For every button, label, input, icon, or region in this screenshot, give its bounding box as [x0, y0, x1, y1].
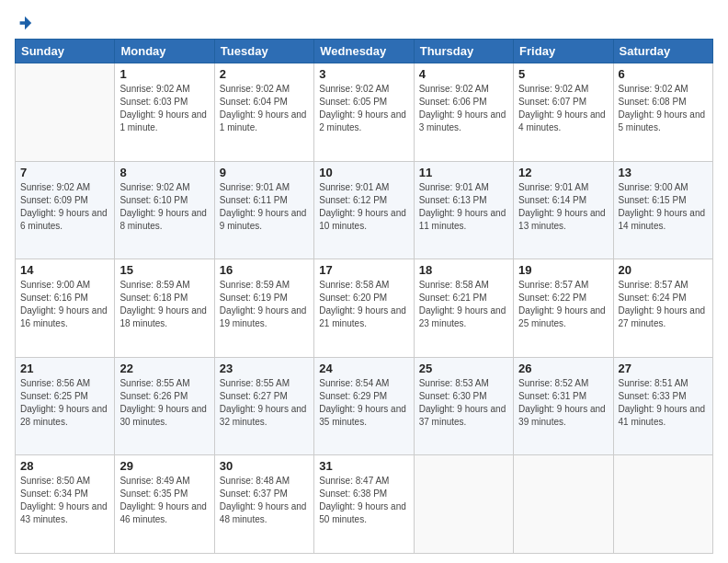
calendar-week-row: 1Sunrise: 9:02 AMSunset: 6:03 PMDaylight… — [16, 63, 713, 162]
calendar-cell: 2Sunrise: 9:02 AMSunset: 6:04 PMDaylight… — [214, 63, 313, 162]
day-number: 14 — [20, 263, 109, 277]
day-number: 28 — [20, 459, 109, 473]
day-number: 9 — [220, 166, 309, 179]
calendar-cell: 27Sunrise: 8:51 AMSunset: 6:33 PMDayligh… — [613, 357, 712, 455]
calendar-cell: 7Sunrise: 9:02 AMSunset: 6:09 PMDaylight… — [16, 161, 115, 259]
day-info: Sunrise: 8:54 AMSunset: 6:29 PMDaylight:… — [319, 377, 408, 429]
calendar-cell — [514, 455, 613, 554]
day-number: 24 — [319, 362, 408, 375]
calendar-cell: 6Sunrise: 9:02 AMSunset: 6:08 PMDaylight… — [613, 63, 712, 162]
day-info: Sunrise: 8:55 AMSunset: 6:27 PMDaylight:… — [220, 377, 309, 429]
calendar-cell: 8Sunrise: 9:02 AMSunset: 6:10 PMDaylight… — [115, 161, 214, 259]
calendar-cell: 4Sunrise: 9:02 AMSunset: 6:06 PMDaylight… — [414, 63, 513, 162]
page: SundayMondayTuesdayWednesdayThursdayFrid… — [0, 0, 728, 563]
calendar-cell: 25Sunrise: 8:53 AMSunset: 6:30 PMDayligh… — [414, 357, 513, 455]
day-of-week-header: Sunday — [16, 40, 115, 63]
day-number: 18 — [419, 263, 508, 277]
day-info: Sunrise: 8:57 AMSunset: 6:24 PMDaylight:… — [619, 279, 708, 330]
day-info: Sunrise: 8:59 AMSunset: 6:19 PMDaylight:… — [220, 279, 309, 330]
day-info: Sunrise: 9:01 AMSunset: 6:11 PMDaylight:… — [220, 181, 309, 233]
day-info: Sunrise: 8:49 AMSunset: 6:35 PMDaylight:… — [119, 475, 209, 526]
logo-icon — [17, 15, 33, 31]
calendar-table: SundayMondayTuesdayWednesdayThursdayFrid… — [15, 39, 713, 554]
day-info: Sunrise: 9:00 AMSunset: 6:16 PMDaylight:… — [20, 279, 109, 330]
calendar-cell: 29Sunrise: 8:49 AMSunset: 6:35 PMDayligh… — [115, 455, 214, 554]
day-number: 1 — [119, 67, 209, 81]
day-info: Sunrise: 8:52 AMSunset: 6:31 PMDaylight:… — [518, 377, 608, 429]
calendar-week-row: 7Sunrise: 9:02 AMSunset: 6:09 PMDaylight… — [16, 161, 713, 259]
day-number: 6 — [619, 67, 708, 81]
day-number: 13 — [619, 166, 708, 179]
calendar-cell: 18Sunrise: 8:58 AMSunset: 6:21 PMDayligh… — [414, 259, 513, 358]
day-number: 22 — [119, 362, 209, 375]
day-number: 26 — [518, 362, 608, 375]
day-number: 15 — [119, 263, 209, 277]
day-info: Sunrise: 8:50 AMSunset: 6:34 PMDaylight:… — [20, 475, 109, 526]
day-info: Sunrise: 9:02 AMSunset: 6:08 PMDaylight:… — [619, 83, 708, 134]
day-of-week-header: Tuesday — [214, 40, 313, 63]
day-info: Sunrise: 8:59 AMSunset: 6:18 PMDaylight:… — [119, 279, 209, 330]
day-number: 19 — [518, 263, 608, 277]
calendar-week-row: 14Sunrise: 9:00 AMSunset: 6:16 PMDayligh… — [16, 259, 713, 358]
day-number: 16 — [220, 263, 309, 277]
calendar-cell: 28Sunrise: 8:50 AMSunset: 6:34 PMDayligh… — [16, 455, 115, 554]
day-of-week-header: Friday — [514, 40, 613, 63]
calendar-cell: 5Sunrise: 9:02 AMSunset: 6:07 PMDaylight… — [514, 63, 613, 162]
calendar-cell: 9Sunrise: 9:01 AMSunset: 6:11 PMDaylight… — [214, 161, 313, 259]
calendar-week-row: 28Sunrise: 8:50 AMSunset: 6:34 PMDayligh… — [16, 455, 713, 554]
calendar-cell — [414, 455, 513, 554]
calendar-cell: 11Sunrise: 9:01 AMSunset: 6:13 PMDayligh… — [414, 161, 513, 259]
calendar-cell: 14Sunrise: 9:00 AMSunset: 6:16 PMDayligh… — [16, 259, 115, 358]
calendar-cell — [613, 455, 712, 554]
day-of-week-header: Monday — [115, 40, 214, 63]
day-info: Sunrise: 9:02 AMSunset: 6:03 PMDaylight:… — [119, 83, 209, 134]
day-info: Sunrise: 8:58 AMSunset: 6:20 PMDaylight:… — [319, 279, 408, 330]
day-info: Sunrise: 9:02 AMSunset: 6:09 PMDaylight:… — [20, 181, 109, 233]
day-number: 31 — [319, 459, 408, 473]
calendar-cell: 23Sunrise: 8:55 AMSunset: 6:27 PMDayligh… — [214, 357, 313, 455]
calendar-cell: 12Sunrise: 9:01 AMSunset: 6:14 PMDayligh… — [514, 161, 613, 259]
day-number: 10 — [319, 166, 408, 179]
day-number: 21 — [20, 362, 109, 375]
day-of-week-header: Saturday — [613, 40, 712, 63]
day-number: 11 — [419, 166, 508, 179]
calendar-cell: 16Sunrise: 8:59 AMSunset: 6:19 PMDayligh… — [214, 259, 313, 358]
calendar-cell: 21Sunrise: 8:56 AMSunset: 6:25 PMDayligh… — [16, 357, 115, 455]
calendar-cell: 20Sunrise: 8:57 AMSunset: 6:24 PMDayligh… — [613, 259, 712, 358]
day-info: Sunrise: 8:47 AMSunset: 6:38 PMDaylight:… — [319, 475, 408, 526]
day-of-week-header: Wednesday — [314, 40, 414, 63]
calendar-cell: 19Sunrise: 8:57 AMSunset: 6:22 PMDayligh… — [514, 259, 613, 358]
day-info: Sunrise: 9:01 AMSunset: 6:13 PMDaylight:… — [419, 181, 508, 233]
day-info: Sunrise: 8:57 AMSunset: 6:22 PMDaylight:… — [518, 279, 608, 330]
day-number: 25 — [419, 362, 508, 375]
day-number: 17 — [319, 263, 408, 277]
day-number: 8 — [119, 166, 209, 179]
calendar-cell: 24Sunrise: 8:54 AMSunset: 6:29 PMDayligh… — [314, 357, 414, 455]
calendar-header-row: SundayMondayTuesdayWednesdayThursdayFrid… — [16, 40, 713, 63]
calendar-cell: 26Sunrise: 8:52 AMSunset: 6:31 PMDayligh… — [514, 357, 613, 455]
calendar-cell: 10Sunrise: 9:01 AMSunset: 6:12 PMDayligh… — [314, 161, 414, 259]
calendar-cell: 22Sunrise: 8:55 AMSunset: 6:26 PMDayligh… — [115, 357, 214, 455]
day-info: Sunrise: 9:02 AMSunset: 6:06 PMDaylight:… — [419, 83, 508, 134]
day-number: 23 — [220, 362, 309, 375]
header — [15, 15, 713, 31]
day-number: 27 — [619, 362, 708, 375]
day-info: Sunrise: 8:53 AMSunset: 6:30 PMDaylight:… — [419, 377, 508, 429]
day-number: 3 — [319, 67, 408, 81]
day-info: Sunrise: 9:01 AMSunset: 6:12 PMDaylight:… — [319, 181, 408, 233]
calendar-cell: 13Sunrise: 9:00 AMSunset: 6:15 PMDayligh… — [613, 161, 712, 259]
calendar-cell: 31Sunrise: 8:47 AMSunset: 6:38 PMDayligh… — [314, 455, 414, 554]
day-number: 5 — [518, 67, 608, 81]
day-info: Sunrise: 9:02 AMSunset: 6:07 PMDaylight:… — [518, 83, 608, 134]
day-number: 12 — [518, 166, 608, 179]
day-number: 4 — [419, 67, 508, 81]
day-info: Sunrise: 9:02 AMSunset: 6:04 PMDaylight:… — [220, 83, 309, 134]
day-of-week-header: Thursday — [414, 40, 513, 63]
day-number: 7 — [20, 166, 109, 179]
day-info: Sunrise: 8:48 AMSunset: 6:37 PMDaylight:… — [220, 475, 309, 526]
day-number: 30 — [220, 459, 309, 473]
day-number: 20 — [619, 263, 708, 277]
day-info: Sunrise: 8:55 AMSunset: 6:26 PMDaylight:… — [119, 377, 209, 429]
day-info: Sunrise: 9:01 AMSunset: 6:14 PMDaylight:… — [518, 181, 608, 233]
calendar-cell: 1Sunrise: 9:02 AMSunset: 6:03 PMDaylight… — [115, 63, 214, 162]
